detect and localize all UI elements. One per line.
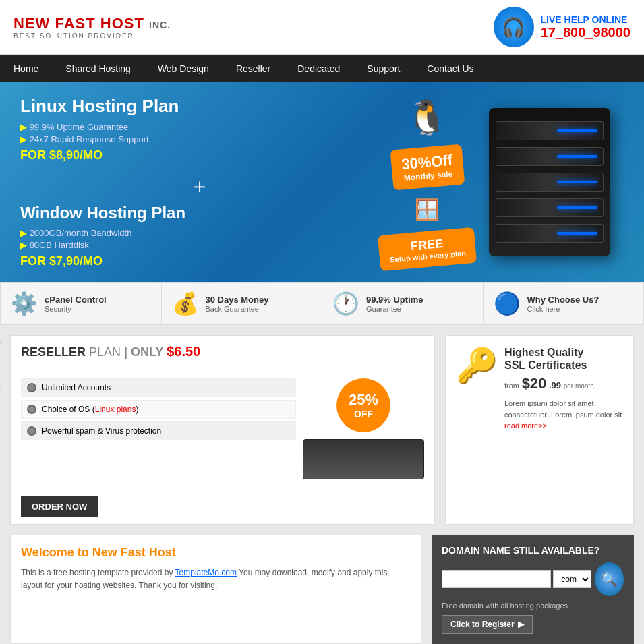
nav-dedicated[interactable]: Dedicated: [284, 55, 353, 82]
nav-web-design[interactable]: Web Design: [144, 55, 223, 82]
linux-price: FOR $8,90/MO: [20, 148, 379, 163]
reseller-badge-area: 25% OFF: [303, 378, 424, 479]
ssl-inner: 🔑 Highest Quality SSL Certificates from …: [456, 346, 623, 432]
reseller-section: RESELLER PLAN | ONLY $6.50 Unlimited Acc…: [10, 335, 435, 525]
plan-label: PLAN: [89, 345, 121, 359]
welcome-title: Welcome to New Fast Host: [21, 546, 411, 560]
windows-feature-2: 80GB Harddisk: [20, 240, 379, 250]
feature-bullet-2: [27, 405, 36, 414]
logo-text: NEW FAST HOST: [13, 15, 144, 32]
why-us-text: Why Choose Us? Click here: [527, 295, 599, 313]
nav-shared-hosting[interactable]: Shared Hosting: [52, 55, 144, 82]
windows-feature-1: 2000GB/month Bandwidth: [20, 228, 379, 238]
feature-why-us[interactable]: 🔵 Why Choose Us? Click here: [484, 283, 644, 324]
domain-search-button[interactable]: 🔍: [595, 562, 624, 596]
header: NEW FAST HOST INC. BEST SOLUTION PROVIDE…: [0, 0, 644, 55]
badge-30-off: 30%Off Monthly sale: [390, 144, 465, 190]
banner-center: 🐧 30%Off Monthly sale 🪟 FREE Setup with …: [379, 98, 475, 267]
linux-title: Linux Hosting Plan: [20, 96, 379, 117]
feature-bullet-3: [27, 426, 36, 436]
banner-windows: Window Hosting Plan 2000GB/month Bandwid…: [20, 204, 379, 268]
feature-text-3: Powerful spam & Virus protection: [42, 426, 161, 436]
cpanel-icon: ⚙️: [11, 291, 38, 316]
website-tag: www.heritagechristiancollege.com: [0, 322, 1, 424]
reseller-price: $6.50: [167, 344, 200, 359]
ssl-dollar: $20: [522, 375, 547, 392]
money-subtitle: Back Guarantee: [206, 305, 269, 313]
nav-home[interactable]: Home: [0, 55, 52, 82]
feature-money-back[interactable]: 💰 30 Days Money Back Guarantee: [162, 283, 323, 324]
why-us-title: Why Choose Us?: [527, 295, 599, 305]
key-icon: 🔑: [456, 346, 498, 385]
reseller-features-list: Unlimited Accounts Choice of OS (Linux p…: [21, 378, 296, 479]
cpanel-text: cPanel Control Security: [45, 295, 107, 313]
ssl-cents: .99: [549, 380, 561, 390]
reseller-feature-3: Powerful spam & Virus protection: [21, 421, 296, 440]
uptime-text: 99.9% Uptime Guarantee: [366, 295, 423, 313]
ssl-title: Highest Quality SSL Certificates: [504, 346, 623, 372]
server-slot-3: [496, 173, 604, 192]
welcome-section: Welcome to New Fast Host This is a free …: [10, 535, 421, 644]
windows-title: Window Hosting Plan: [20, 204, 379, 223]
cpanel-title: cPanel Control: [45, 295, 107, 305]
server-slot-2: [496, 147, 604, 166]
ssl-read-more-link[interactable]: read more>>: [504, 421, 547, 430]
server-slot-4: [496, 198, 604, 217]
logo-area: NEW FAST HOST INC. BEST SOLUTION PROVIDE…: [13, 15, 171, 40]
main-nav: Home Shared Hosting Web Design Reseller …: [0, 55, 644, 82]
reseller-feature-1: Unlimited Accounts: [21, 378, 296, 397]
order-now-button[interactable]: ORDER NOW: [21, 496, 98, 517]
banner-left: Linux Hosting Plan 99.9% Uptime Guarante…: [20, 96, 379, 268]
feature-bullet-1: [27, 383, 36, 392]
nav-contact-us[interactable]: Contact Us: [413, 55, 487, 82]
live-help-status: ONLINE: [592, 14, 628, 25]
badge-free: FREE Setup with every plan: [378, 227, 477, 270]
live-help-text: LIVE HELP ONLINE: [541, 14, 631, 25]
logo-inc: INC.: [149, 20, 171, 30]
register-btn-label: Click to Register: [450, 620, 515, 629]
why-us-icon: 🔵: [494, 291, 521, 316]
domain-search-input[interactable]: [442, 570, 551, 588]
arrow-icon: ▶: [518, 620, 524, 629]
register-button[interactable]: Click to Register ▶: [442, 615, 533, 634]
ssl-section: 🔑 Highest Quality SSL Certificates from …: [445, 335, 634, 525]
welcome-highlight: New Fast Host: [92, 546, 176, 559]
server-slot-5: [496, 224, 604, 243]
banner: Linux Hosting Plan 99.9% Uptime Guarante…: [0, 82, 644, 282]
money-text: 30 Days Money Back Guarantee: [206, 295, 269, 313]
reseller-header: RESELLER PLAN | ONLY $6.50: [11, 336, 434, 368]
bottom-section: Welcome to New Fast Host This is a free …: [0, 535, 644, 644]
nav-support[interactable]: Support: [353, 55, 413, 82]
ssl-title-line2: SSL Certificates: [504, 359, 587, 371]
feature-cpanel[interactable]: ⚙️ cPanel Control Security: [1, 283, 162, 324]
live-help-label: LIVE HELP: [541, 14, 589, 25]
windows-icon: 🪟: [415, 198, 440, 221]
logo-name: NEW FAST HOST INC.: [13, 15, 171, 32]
linux-features-list: 99.9% Uptime Guarantee 24x7 Rapid Respon…: [20, 122, 379, 144]
uptime-title: 99.9% Uptime: [366, 295, 423, 305]
nav-reseller[interactable]: Reseller: [223, 55, 284, 82]
badge-25-pct: 25%: [349, 391, 378, 409]
ssl-price: from $20 .99 per month: [504, 375, 623, 392]
why-us-subtitle: Click here: [527, 305, 599, 313]
banner-right: [475, 108, 624, 256]
domain-ext-select[interactable]: .com .net .org: [553, 570, 591, 588]
reseller-feature-2: Choice of OS (Linux plans): [21, 400, 296, 419]
templatemo-link[interactable]: TemplateMo.com: [175, 568, 237, 577]
ssl-text: Highest Quality SSL Certificates from $2…: [504, 346, 623, 432]
money-title: 30 Days Money: [206, 295, 269, 305]
phone-number[interactable]: 17_800_98000: [541, 25, 631, 40]
welcome-prefix: Welcome to: [21, 546, 89, 559]
logo-tagline: BEST SOLUTION PROVIDER: [13, 32, 171, 40]
feature-uptime[interactable]: 🕐 99.9% Uptime Guarantee: [322, 283, 484, 324]
welcome-body: This is a free hosting template provided…: [21, 566, 411, 592]
domain-input-area: .com .net .org: [442, 570, 591, 588]
windows-features-list: 2000GB/month Bandwidth 80GB Harddisk: [20, 228, 379, 250]
money-icon: 💰: [172, 291, 199, 316]
domain-title: DOMAIN NAME STILL AVAILABLE?: [442, 545, 624, 556]
ssl-per-month: per month: [564, 382, 594, 390]
server-tower: [489, 108, 610, 256]
uptime-icon: 🕐: [332, 291, 359, 316]
support-area: 🎧 LIVE HELP ONLINE 17_800_98000: [494, 7, 631, 47]
domain-free-text: Free domain with all hosting packages: [442, 602, 624, 610]
